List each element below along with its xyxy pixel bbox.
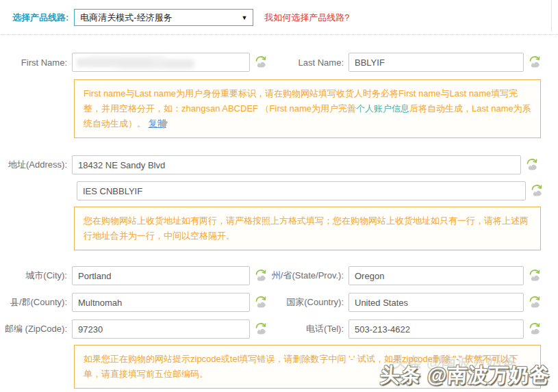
zipcode-label: 邮编 (ZipCode): (0, 323, 72, 335)
name-notice-box: First name与Last name为用户身份重要标识，请在购物网站填写收货… (74, 79, 541, 138)
address-line2-input[interactable] (77, 181, 526, 200)
state-input[interactable] (348, 266, 524, 285)
chevron-down-icon: ▼ (241, 14, 247, 21)
refresh-icon[interactable] (527, 321, 542, 337)
first-name-label: First Name: (0, 57, 72, 68)
address-form-page: 选择产品线路: 电商清关模式-经济服务 ▼ 我如何选择产品线路? First N… (0, 0, 558, 392)
address-row-2 (77, 181, 558, 200)
city-input[interactable] (72, 266, 250, 285)
panel-edge-divider (551, 0, 552, 31)
city-state-row: 城市(City): 州/省(State/Prov.): (0, 266, 558, 285)
county-label: 县/郡(County): (0, 296, 72, 309)
last-name-label: Last Name: (268, 57, 348, 68)
watermark: 头条 @南波万奶爸 (379, 362, 550, 389)
city-label: 城市(City): (0, 270, 72, 282)
product-line-label: 选择产品线路: (12, 12, 68, 24)
address-row-1: 地址(Address): (0, 155, 558, 174)
product-line-select[interactable]: 电商清关模式-经济服务 ▼ (74, 9, 253, 26)
refresh-icon[interactable] (253, 54, 268, 70)
first-name-input[interactable] (72, 53, 250, 72)
address-label: 地址(Address): (0, 159, 72, 171)
county-country-row: 县/郡(County): 国家(Country): (0, 293, 558, 312)
product-line-help-link[interactable]: 我如何选择产品线路? (264, 12, 349, 24)
product-line-bar: 选择产品线路: 电商清关模式-经济服务 ▼ 我如何选择产品线路? (0, 0, 558, 26)
tel-input[interactable] (348, 319, 524, 339)
refresh-icon[interactable] (524, 157, 540, 173)
refresh-icon[interactable] (527, 267, 542, 284)
refresh-icon[interactable] (529, 183, 544, 199)
name-notice-highlight: 个人账户信息 (356, 103, 409, 114)
address-line1-input[interactable] (72, 155, 521, 174)
first-name-redacted-value (77, 58, 153, 67)
refresh-icon[interactable] (253, 294, 268, 311)
zipcode-input[interactable] (72, 319, 250, 339)
refresh-icon[interactable] (253, 267, 268, 284)
country-input[interactable] (348, 293, 524, 312)
address-notice-box: 您在购物网站上收货地址如有两行，请严格按照上方格式填写；您在购物网站上收货地址如… (74, 207, 541, 250)
product-line-selected-value: 电商清关模式-经济服务 (80, 12, 238, 24)
refresh-icon[interactable] (527, 294, 542, 311)
last-name-input[interactable] (348, 53, 524, 72)
refresh-icon[interactable] (527, 54, 542, 70)
name-row: First Name: Last Name: (0, 53, 558, 72)
tel-label: 电话(Tel): (268, 323, 348, 335)
zipcode-tel-row: 邮编 (ZipCode): 电话(Tel): (0, 319, 558, 339)
section-divider (0, 34, 558, 35)
address-notice-text: 您在购物网站上收货地址如有两行，请严格按照上方格式填写；您在购物网站上收货地址如… (84, 215, 529, 241)
county-input[interactable] (72, 293, 250, 312)
state-label: 州/省(State/Prov.): (268, 270, 348, 282)
puzzle-icon[interactable] (157, 118, 169, 130)
country-label: 国家(Country): (268, 296, 348, 309)
refresh-icon[interactable] (253, 321, 268, 337)
